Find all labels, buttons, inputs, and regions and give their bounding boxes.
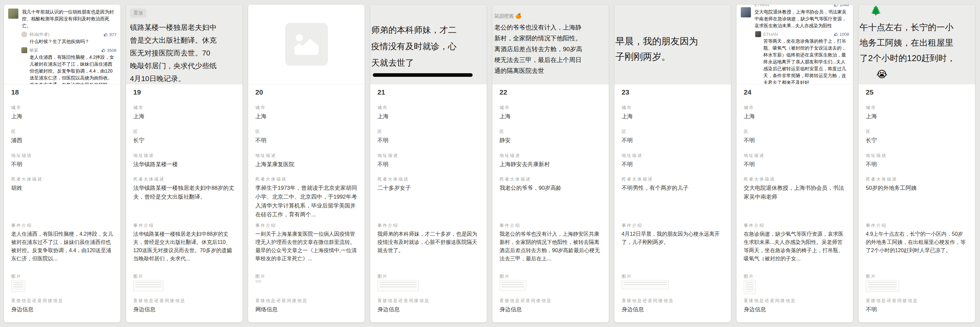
property-label-image: 图片 (255, 273, 357, 279)
like-count: 1046 (834, 5, 849, 7)
property-label-direct: 直接信息还是间接信息 (500, 298, 601, 304)
property-label-event: 事件介绍 (11, 223, 113, 228)
property-value-event: 4.9上午十点左右，长宁的一小区内，50岁的外地务工阿姨，在出租屋里心梗发作，等… (866, 230, 968, 254)
property-value-address: 上海静安去共康新村 (500, 160, 601, 169)
property-value-city: 上海 (377, 112, 479, 121)
property-label-district: 区 (500, 129, 601, 135)
commenter-name: 柿油(作者) (30, 32, 49, 37)
card-body: 23 城市 上海 区 不明 地址描述 不明 死者大体描述 不明男性，有个两岁的儿… (614, 85, 731, 322)
gallery-card-23[interactable]: 早晨，我的朋友因为 子刚刚两岁。 23 城市 上海 区 不明 地址描述 不明 死… (614, 5, 731, 322)
wechat-post: ETHAN 1046 交大电院退休教授，上海书协会员，书法家吴中南老师在急诊病逝… (741, 5, 849, 29)
property-value-event: 在急诊病逝，缺少氧气等医疗资源，哀求医生求职未果...夫人亦感染为阳性。吴老师苦… (744, 230, 846, 263)
gallery-card-22[interactable]: 鼠甜橙酱 🍊 老公的爷爷也没有计入，上海静 新村，全家阴的情况下他阳性。 离酒店… (492, 5, 609, 322)
property-value-address: 不明 (866, 160, 968, 169)
card-cover-placeholder (248, 5, 364, 85)
screenshot-text: 师弟的本科师妹，才二 疫情没有及时就诊，心 天就去世了 (374, 22, 487, 71)
property-label-address: 地址描述 (133, 153, 235, 159)
property-label-event: 事件介绍 (255, 223, 357, 228)
gallery-card-24[interactable]: ETHAN 1046 交大电院退休教授，上海书协会员，书法家吴中南老师在急诊病逝… (737, 5, 853, 322)
screenshot-text: 老公的爷爷也没有计入，上海静 新村，全家阴的情况下他阳性。 离酒店后差点转去方舱… (496, 22, 609, 76)
tree-emoji: 🌲 (870, 5, 881, 16)
card-body: 21 城市 上海 区 不明 地址描述 不明 死者大体描述 二十多岁女子 事件介绍… (370, 85, 487, 322)
gallery-card-20[interactable]: 20 城市 上海 区 不明 地址描述 上海某康复医院 死者大体描述 李昶生于19… (248, 5, 364, 322)
card-cover-screenshot: 师弟的本科师妹，才二 疫情没有及时就诊，心 天就去世了 (370, 5, 487, 85)
avatar (21, 47, 27, 53)
property-value-direct: 身边信息 (11, 305, 113, 314)
post-text: 交大电院退休教授，上海书协会员，书法家吴中南老师在急诊病逝，缺少氧气等医疗资源，… (754, 8, 849, 29)
avatar (8, 8, 18, 19)
property-label-district: 区 (255, 129, 357, 135)
property-label-event: 事件介绍 (866, 223, 968, 228)
property-label-district: 区 (622, 129, 724, 135)
card-title: 21 (377, 88, 385, 96)
property-value-direct: 身边信息 (377, 305, 479, 314)
gallery-card-18[interactable]: 我几十年前就认识的一位胡姓朋友也是因为封控、核酸检测等原因没有得到及时救治而死亡… (4, 5, 121, 322)
attachment-thumbnail (133, 280, 164, 291)
poster-name: 鼠甜橙酱 🍊 (494, 13, 609, 19)
property-label-event: 事件介绍 (133, 223, 235, 228)
card-body: 24 城市 上海 区 不明 地址描述 不明 死者大体描述 交大电院退休教授，上海… (737, 85, 853, 322)
property-value-address: 不明 (744, 160, 846, 169)
property-label-event: 事件介绍 (500, 223, 601, 228)
property-value-deceased: 不明男性，有个两岁的儿子 (622, 183, 724, 192)
property-label-address: 地址描述 (11, 153, 113, 159)
avatar (741, 7, 751, 18)
property-label-event: 事件介绍 (622, 223, 724, 228)
property-value-direct: 身边信息 (744, 305, 846, 314)
card-cover-screenshot: ETHAN 1046 交大电院退休教授，上海书协会员，书法家吴中南老师在急诊病逝… (737, 5, 853, 85)
property-label-direct: 直接信息还是间接信息 (744, 298, 846, 304)
screenshot-text: 早晨，我的朋友因为 子刚刚两岁。 (618, 33, 731, 64)
property-value-district: 不明 (622, 136, 724, 145)
property-label-city: 城市 (133, 105, 235, 111)
property-value-address: 不明 (377, 160, 479, 169)
gallery-card-21[interactable]: 师弟的本科师妹，才二 疫情没有及时就诊，心 天就去世了 21 城市 上海 区 不… (370, 5, 487, 322)
pinned-badge: 置顶 (130, 8, 146, 18)
property-label-image: 图片 (500, 273, 601, 279)
property-value-direct: 身边信息 (133, 305, 235, 314)
property-label-city: 城市 (622, 105, 724, 111)
property-label-direct: 直接信息还是间接信息 (11, 298, 113, 304)
property-value-direct: 不明 (866, 305, 968, 314)
gallery-board: 我几十年前就认识的一位胡姓朋友也是因为封控、核酸检测等原因没有得到及时救治而死亡… (0, 0, 980, 327)
property-value-city: 上海 (11, 112, 113, 121)
property-value-district: 不明 (255, 136, 357, 145)
property-label-district: 区 (11, 129, 113, 135)
card-title: 25 (866, 88, 873, 96)
gallery-card-19[interactable]: 置顶 镇路某楼一楼独居老夫妇中 曾是交大出版社翻译。休克 医无对接医院而去世。7… (126, 5, 243, 322)
card-title: 20 (255, 88, 263, 96)
property-label-city: 城市 (500, 105, 601, 111)
property-value-address: 上海某康复医院 (255, 160, 357, 169)
wechat-comments: 柿油(作者) 977 什么时候？生了其他疾病吗？ 敏宴 (21, 32, 116, 85)
property-value-direct: 身边信息 (500, 305, 601, 314)
property-value-deceased: 二十多岁女子 (377, 183, 479, 192)
property-value-address: 法华镇路某楼一楼 (133, 160, 235, 169)
property-value-district: 浦西 (11, 136, 113, 145)
property-label-district: 区 (133, 129, 235, 135)
poster-name: ETHAN (754, 5, 769, 7)
card-body: 20 城市 上海 区 不明 地址描述 上海某康复医院 死者大体描述 李昶生于19… (248, 85, 364, 322)
property-label-direct: 直接信息还是间接信息 (866, 298, 968, 304)
property-label-image: 图片 (866, 273, 968, 279)
thumbs-up-icon (104, 32, 108, 37)
property-label-district: 区 (744, 129, 846, 135)
comment-text: 什么时候？生了其他疾病吗？ (30, 38, 116, 45)
property-value-event: 我老公的爷爷也没有计入，上海静安区共康新村，全家阴的情况下他阳性，被转去隔离酒店… (500, 230, 601, 263)
property-label-direct: 直接信息还是间接信息 (377, 298, 479, 304)
property-label-deceased: 死者大体描述 (255, 176, 357, 182)
property-label-district: 区 (866, 129, 968, 135)
property-value-deceased: 我老公的爷爷，90岁高龄 (500, 183, 601, 192)
property-value-district: 长宁 (133, 136, 235, 145)
post-text: 我几十年前就认识的一位胡姓朋友也是因为封控、核酸检测等原因没有得到及时救治而死亡… (22, 8, 116, 29)
attachment-thumbnail (500, 280, 526, 291)
attachment-thumbnail (11, 280, 25, 292)
gallery-card-25[interactable]: 🌲 午十点左右，长宁的一小 地务工阿姨，在出租屋里 了2个小时的120赶到时， … (859, 5, 975, 322)
property-value-event: 法华镇路某楼一楼独居老夫妇中88岁的丈夫，曾经是交大出版社翻译。休克后110、1… (133, 230, 235, 263)
comment: 柿油(作者) 977 什么时候？生了其他疾病吗？ (21, 32, 116, 45)
property-label-direct: 直接信息还是间接信息 (133, 298, 235, 304)
card-title: 24 (744, 88, 751, 96)
attachment-thumbnail (744, 280, 756, 294)
property-label-address: 地址描述 (622, 153, 724, 159)
property-value-event: 一则关于上海某康复医院一位病人因疫情管理无人护理而去世的文章在微信群里流转。最早… (255, 230, 357, 263)
attachment-thumbnail (255, 280, 262, 283)
card-body: 18 城市 上海 区 浦西 地址描述 不明 死者大体描述 胡姓 事件介绍 老人住… (4, 85, 121, 322)
